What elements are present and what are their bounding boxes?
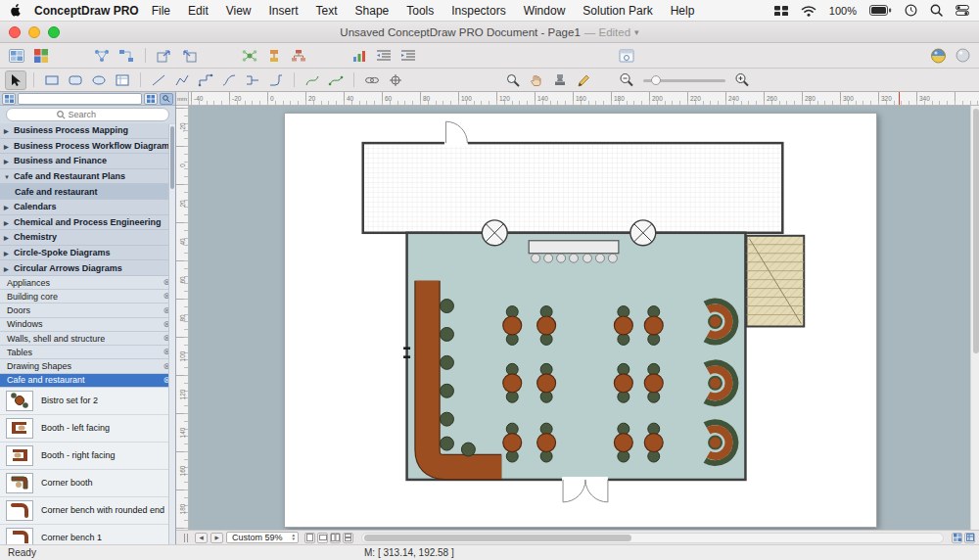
vertical-scrollbar[interactable]: [970, 106, 979, 530]
disclosure-triangle-icon[interactable]: [4, 232, 11, 242]
disclosure-triangle-icon[interactable]: [4, 217, 11, 227]
zoom-slider[interactable]: [643, 73, 725, 87]
horizontal-scrollbar-thumb[interactable]: [364, 535, 631, 541]
curved-connector-tool[interactable]: [218, 70, 240, 90]
window-grid-icon[interactable]: [774, 6, 788, 16]
indent-increase-button[interactable]: [397, 46, 419, 66]
curve-tool[interactable]: [302, 70, 323, 90]
title-chevron-icon[interactable]: ▾: [634, 27, 639, 37]
entrance-door-bottom[interactable]: [562, 477, 608, 502]
bezier-tool[interactable]: [325, 70, 347, 90]
library-row[interactable]: Tables ⊗: [0, 346, 175, 359]
solutions-tree-item[interactable]: Business Process Mapping: [0, 123, 175, 139]
color-swatches-button[interactable]: [30, 46, 52, 66]
org-chart-button[interactable]: [288, 46, 309, 66]
zoom-in-button[interactable]: [731, 70, 753, 90]
corner-booths[interactable]: [705, 302, 735, 463]
disclosure-triangle-icon[interactable]: [4, 156, 11, 165]
rectangle-tool[interactable]: [41, 70, 63, 90]
shape-list-item[interactable]: Corner bench 1: [0, 525, 175, 544]
disclosure-triangle-icon[interactable]: [4, 171, 11, 181]
dining-room[interactable]: [407, 233, 746, 480]
two-page-view-button[interactable]: [330, 533, 341, 543]
link-tool[interactable]: [361, 70, 383, 90]
kitchen-room[interactable]: [363, 143, 783, 233]
solutions-tree-item[interactable]: Chemistry: [0, 230, 175, 246]
next-page-button[interactable]: ▶: [210, 533, 223, 543]
sidebar-scrollbar[interactable]: [168, 124, 175, 544]
library-row[interactable]: Building core ⊗: [0, 290, 175, 303]
solutions-tree-item[interactable]: Calendars: [0, 200, 175, 215]
grid-view-button[interactable]: [144, 93, 158, 105]
solutions-tree-item[interactable]: Cafe and Restaurant Plans: [0, 169, 175, 185]
prev-page-button[interactable]: ◀: [195, 533, 208, 543]
app-menu-title[interactable]: ConceptDraw PRO: [34, 4, 139, 18]
library-row[interactable]: Walls, shell and structure ⊗: [0, 332, 175, 346]
inspector-panel-button[interactable]: [616, 46, 637, 66]
flowchart-button[interactable]: [263, 46, 285, 66]
solutions-tree-item[interactable]: Business Process Workflow Diagrams: [0, 139, 175, 155]
solutions-tree-item[interactable]: Cafe and restaurant: [0, 184, 175, 200]
pan-hand-tool[interactable]: [526, 70, 547, 90]
insert-object-button[interactable]: [116, 46, 137, 66]
ceiling-fan-icon[interactable]: [482, 220, 507, 246]
search-mode-button[interactable]: [160, 93, 173, 105]
ellipse-tool[interactable]: [88, 70, 110, 90]
vertical-ruler[interactable]: -20020406080100120140160180200: [176, 106, 189, 530]
connection-point-tool[interactable]: [385, 70, 406, 90]
smart-connector-tool[interactable]: [265, 70, 287, 90]
search-input[interactable]: [69, 110, 119, 119]
export-button[interactable]: [154, 46, 175, 66]
solutions-tree-item[interactable]: Circle-Spoke Diagrams: [0, 246, 175, 261]
shape-list-item[interactable]: Booth - right facing: [0, 443, 175, 470]
split-view-button[interactable]: [952, 533, 962, 543]
document-page[interactable]: [284, 113, 877, 528]
zoom-level-select[interactable]: Custom 59% ▲▼: [226, 532, 299, 543]
library-row[interactable]: Doors ⊗: [0, 303, 175, 317]
menu-item[interactable]: Insert: [260, 4, 307, 18]
chart-button[interactable]: [349, 46, 370, 66]
window-title-bar[interactable]: Unsaved ConceptDraw PRO Document - Page1…: [0, 22, 979, 43]
battery-icon[interactable]: [869, 5, 892, 16]
select-tool[interactable]: [5, 70, 26, 90]
solutions-tree-item[interactable]: Chemical and Process Engineering: [0, 215, 175, 231]
disclosure-triangle-icon[interactable]: [4, 248, 11, 257]
entrance-door-top[interactable]: [444, 121, 468, 146]
horizontal-ruler[interactable]: -40-200204060801001201401601802002202402…: [189, 92, 979, 106]
library-row[interactable]: Windows ⊗: [0, 318, 175, 332]
rounded-rectangle-tool[interactable]: [65, 70, 86, 90]
shape-list-item[interactable]: Corner bench with rounded end: [0, 497, 175, 525]
menu-item[interactable]: Shape: [347, 4, 398, 18]
shape-list-item[interactable]: Booth - left facing: [0, 415, 175, 443]
import-button[interactable]: [178, 46, 200, 66]
control-center-icon[interactable]: [956, 5, 969, 16]
apple-menu-icon[interactable]: [10, 4, 21, 17]
new-view-button[interactable]: [964, 533, 975, 543]
disclosure-triangle-icon[interactable]: [4, 263, 11, 273]
disclosure-triangle-icon[interactable]: [4, 202, 11, 211]
library-select-combo[interactable]: [18, 93, 142, 105]
spotlight-search-icon[interactable]: [930, 4, 943, 17]
zoom-slider-knob[interactable]: [651, 75, 661, 85]
panel-resize-grip[interactable]: [180, 534, 192, 542]
mindmap-button[interactable]: [239, 46, 260, 66]
continuous-view-button[interactable]: [343, 533, 353, 543]
polyline-tool[interactable]: [171, 70, 193, 90]
menu-item[interactable]: Edit: [179, 4, 217, 18]
menu-item[interactable]: File: [143, 4, 179, 18]
floor-plan-drawing[interactable]: [285, 114, 876, 527]
ruler-units-box[interactable]: mm: [176, 92, 189, 106]
fit-page-view-button[interactable]: [317, 533, 328, 543]
shape-list-item[interactable]: Bistro set for 2: [0, 388, 175, 415]
help-sphere-icon[interactable]: [952, 46, 973, 66]
menu-item[interactable]: Tools: [397, 4, 443, 18]
frame-tool[interactable]: [112, 70, 133, 90]
shape-list-item[interactable]: Corner booth: [0, 470, 175, 497]
disclosure-triangle-icon[interactable]: [4, 125, 11, 135]
zoom-stepper-icon[interactable]: ▲▼: [292, 534, 296, 541]
single-page-view-button[interactable]: [304, 533, 315, 543]
elbow-connector-tool[interactable]: [195, 70, 216, 90]
tree-connector-tool[interactable]: [242, 70, 263, 90]
pencil-tool[interactable]: [573, 70, 594, 90]
search-field[interactable]: [6, 108, 169, 121]
